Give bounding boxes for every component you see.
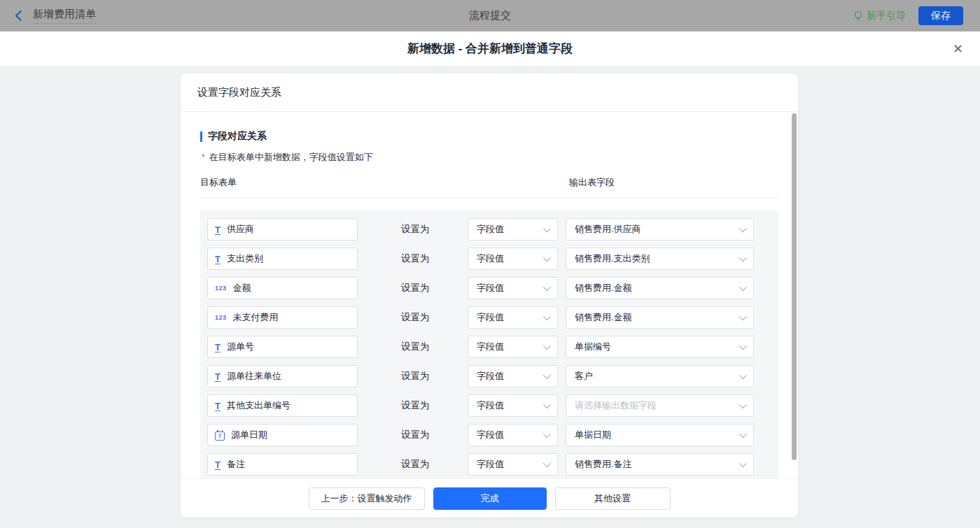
- target-field-label: 供应商: [227, 223, 254, 236]
- back-chevron-icon: [15, 10, 27, 22]
- value-mode-select[interactable]: 字段值: [468, 218, 558, 241]
- target-field-input[interactable]: 123 未支付费用: [207, 306, 358, 329]
- mapping-row: T 支出类别 设置为 字段值 销售费用.支出类别: [207, 248, 771, 270]
- value-mode-select[interactable]: 字段值: [468, 365, 558, 387]
- target-field-label: 备注: [227, 458, 245, 471]
- value-mode-select[interactable]: 字段值: [468, 394, 558, 417]
- output-field-select[interactable]: 请选择输出数据字段: [566, 394, 754, 417]
- output-field-select[interactable]: 销售费用.金额: [566, 306, 754, 329]
- mapping-row: 123 未支付费用 设置为 字段值 销售费用.金额: [207, 306, 771, 329]
- output-field-select[interactable]: 单据日期: [566, 424, 754, 446]
- set-as-label: 设置为: [401, 252, 432, 265]
- output-field-label: 销售费用.供应商: [575, 223, 641, 236]
- column-output-field: 输出表字段: [569, 176, 615, 189]
- chevron-down-icon: [739, 283, 747, 291]
- save-button[interactable]: 保存: [918, 6, 963, 25]
- value-mode-select[interactable]: 字段值: [468, 453, 558, 476]
- chevron-down-icon: [739, 254, 747, 262]
- output-field-select[interactable]: 销售费用.备注: [566, 453, 754, 476]
- target-field-label: 源单日期: [231, 429, 267, 441]
- output-field-select[interactable]: 销售费用.支出类别: [566, 248, 754, 270]
- value-mode-label: 字段值: [477, 341, 504, 353]
- target-field-input[interactable]: 7 源单日期: [207, 424, 358, 446]
- field-mapping-card: 设置字段对应关系 字段对应关系 *在目标表单中新增数据，字段值设置如下 目标表单…: [181, 73, 798, 518]
- target-field-input[interactable]: T 备注: [207, 453, 358, 476]
- mapping-row: T 供应商 设置为 字段值 销售费用.供应商: [207, 218, 771, 241]
- target-field-input[interactable]: T 其他支出单编号: [207, 394, 358, 417]
- chevron-down-icon: [739, 313, 747, 320]
- output-field-label: 销售费用.支出类别: [575, 252, 650, 265]
- mapping-row: T 源单往来单位 设置为 字段值 客户: [207, 365, 771, 387]
- value-mode-label: 字段值: [477, 458, 504, 471]
- target-field-input[interactable]: 123 金额: [207, 277, 358, 299]
- beginner-guide-button[interactable]: 新手引导: [853, 10, 906, 22]
- mapping-row: T 备注 设置为 字段值 销售费用.备注: [207, 453, 771, 476]
- mapping-row: T 源单号 设置为 字段值 单据编号: [207, 336, 771, 358]
- target-field-label: 其他支出单编号: [227, 399, 290, 412]
- set-as-label: 设置为: [401, 370, 432, 383]
- target-field-input[interactable]: T 供应商: [207, 218, 358, 241]
- flow-submit-title: 流程提交: [0, 9, 980, 22]
- chevron-down-icon: [543, 430, 551, 438]
- set-as-label: 设置为: [401, 458, 432, 471]
- output-field-label: 请选择输出数据字段: [575, 399, 657, 412]
- target-field-label: 源单号: [227, 341, 254, 353]
- other-settings-button[interactable]: 其他设置: [555, 487, 671, 510]
- value-mode-label: 字段值: [477, 429, 504, 441]
- output-field-label: 单据编号: [575, 341, 611, 353]
- value-mode-label: 字段值: [477, 282, 504, 294]
- instruction-note: *在目标表单中新增数据，字段值设置如下: [200, 151, 778, 164]
- output-field-label: 销售费用.金额: [575, 311, 632, 324]
- chevron-down-icon: [739, 224, 747, 232]
- set-as-label: 设置为: [401, 282, 432, 294]
- value-mode-select[interactable]: 字段值: [468, 424, 558, 446]
- field-type-icon: T: [215, 254, 220, 264]
- beginner-guide-label: 新手引导: [867, 10, 906, 22]
- field-type-icon: T: [215, 401, 220, 411]
- output-field-select[interactable]: 销售费用.供应商: [566, 218, 754, 241]
- value-mode-select[interactable]: 字段值: [468, 336, 558, 358]
- card-scroll-area: 字段对应关系 *在目标表单中新增数据，字段值设置如下 目标表单 输出表字段 T …: [181, 112, 798, 478]
- value-mode-select[interactable]: 字段值: [468, 248, 558, 270]
- close-icon[interactable]: ✕: [953, 43, 963, 55]
- back-button[interactable]: 新增费用清单: [17, 8, 96, 24]
- target-field-input[interactable]: T 源单号: [207, 336, 358, 358]
- scrollbar-thumb[interactable]: [792, 113, 797, 460]
- column-headers: 目标表单 输出表字段: [200, 176, 778, 199]
- target-field-label: 支出类别: [227, 252, 263, 265]
- required-marker: *: [202, 152, 205, 162]
- dialog-header: 新增数据 - 合并新增到普通字段 ✕: [0, 31, 980, 66]
- lightbulb-icon: [853, 10, 863, 22]
- value-mode-label: 字段值: [477, 252, 504, 265]
- chevron-down-icon: [543, 459, 551, 467]
- chevron-down-icon: [543, 313, 551, 320]
- chevron-down-icon: [739, 342, 747, 350]
- target-field-input[interactable]: T 支出类别: [207, 248, 358, 270]
- column-target-form: 目标表单: [200, 176, 237, 189]
- value-mode-select[interactable]: 字段值: [468, 306, 558, 329]
- field-type-icon: 123: [215, 314, 227, 321]
- target-field-label: 未支付费用: [233, 311, 279, 324]
- top-bar: 新增费用清单 流程提交 新手引导 保存: [0, 0, 980, 31]
- chevron-down-icon: [543, 342, 551, 350]
- section-title: 字段对应关系: [200, 130, 778, 143]
- target-field-input[interactable]: T 源单往来单位: [207, 365, 358, 387]
- output-field-label: 销售费用.金额: [575, 282, 632, 294]
- output-field-select[interactable]: 销售费用.金额: [566, 277, 754, 299]
- card-header-title: 设置字段对应关系: [181, 73, 798, 112]
- value-mode-label: 字段值: [477, 223, 504, 236]
- mapping-row: T 其他支出单编号 设置为 字段值 请选择输出数据字段: [207, 394, 771, 417]
- value-mode-select[interactable]: 字段值: [468, 277, 558, 299]
- mapping-row: 123 金额 设置为 字段值 销售费用.金额: [207, 277, 771, 299]
- set-as-label: 设置为: [401, 429, 432, 441]
- mapping-rows-panel: T 供应商 设置为 字段值 销售费用.供应商 T 支出类别 设置为 字段值 销售…: [200, 211, 778, 478]
- finish-button[interactable]: 完成: [433, 487, 547, 510]
- set-as-label: 设置为: [401, 223, 432, 236]
- previous-step-button[interactable]: 上一步：设置触发动作: [309, 487, 425, 510]
- output-field-select[interactable]: 客户: [566, 365, 754, 387]
- chevron-down-icon: [739, 401, 747, 408]
- value-mode-label: 字段值: [477, 370, 504, 383]
- instruction-note-text: 在目标表单中新增数据，字段值设置如下: [209, 152, 373, 162]
- output-field-select[interactable]: 单据编号: [566, 336, 754, 358]
- set-as-label: 设置为: [401, 311, 432, 324]
